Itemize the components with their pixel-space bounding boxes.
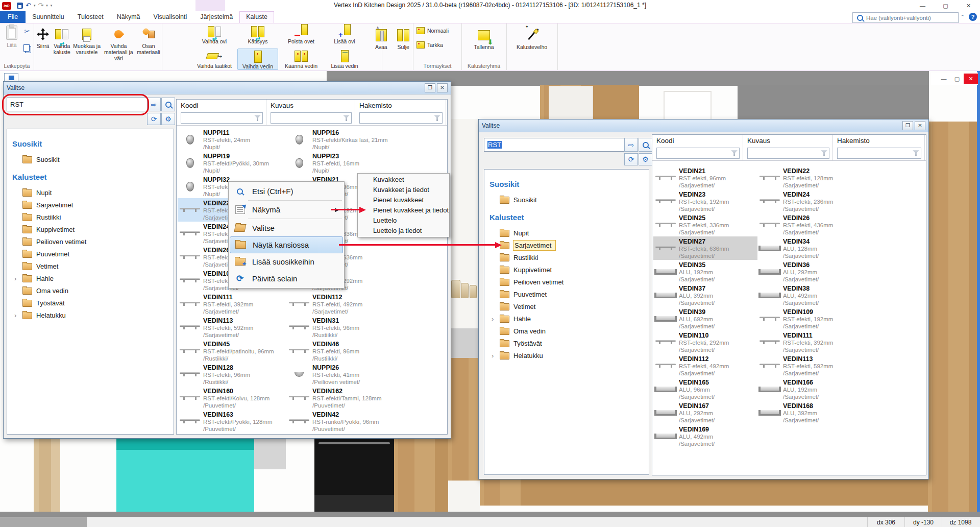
tree-item-suosikit[interactable]: Suosikit — [488, 194, 649, 206]
change-door-button[interactable]: ⇄ Vaihda ovi — [194, 24, 235, 44]
dialog-restore-icon[interactable]: ❐ — [425, 83, 435, 92]
paste-button[interactable]: Liitä — [3, 26, 20, 48]
add-door-button[interactable]: + Lisää ovi — [324, 24, 365, 44]
list-item-vedin21[interactable]: VEDIN21RST-efekti, 96mm/Sarjavetimet/ — [653, 166, 757, 189]
change-drawers-button[interactable]: ↪ Vaihda laatikot — [194, 49, 235, 70]
filter-input[interactable] — [837, 148, 921, 159]
context-menu-item-lis-suosikkeihin[interactable]: ★Lisää suosikkeihin — [230, 253, 343, 270]
list-item-vedin37[interactable]: VEDIN37ALU, 392mm/Sarjavetimet/ — [653, 283, 757, 307]
tree-item-vetimet[interactable]: Vetimet — [11, 260, 174, 272]
change-furniture-button[interactable]: ⇄ Vaihda kaluste — [51, 24, 73, 70]
add-handle-button[interactable]: Lisää vedin — [324, 49, 365, 70]
list-item-vedin165[interactable]: VEDIN165ALU, 96mm/Sarjavetimet/ — [653, 377, 757, 401]
cut-icon[interactable]: ✂ — [22, 27, 32, 36]
tree-item-helatukku[interactable]: ›Helatukku — [11, 309, 174, 321]
tree-item-puuvetimet[interactable]: Puuvetimet — [11, 248, 174, 260]
list-item-vedin25[interactable]: VEDIN25RST-efekti, 336mm/Sarjavetimet/ — [653, 213, 757, 236]
dialog-close-icon[interactable]: ✕ — [915, 121, 925, 130]
dialog-titlebar[interactable]: Valitse ❐ ✕ — [4, 82, 451, 94]
save-icon[interactable] — [17, 3, 23, 9]
list-item-nuppi16[interactable]: NUPPI16RST-efekti/Kirkas lasi, 21mm/Nupi… — [287, 128, 445, 151]
tree-item-vetimet[interactable]: Vetimet — [488, 300, 649, 313]
search-button[interactable] — [161, 98, 175, 111]
expander-icon[interactable]: › — [14, 275, 16, 282]
move-button[interactable]: Siirrä — [35, 24, 51, 70]
list-item-vedin113[interactable]: VEDIN113RST-efekti, 592mm/Sarjavetimet/ — [757, 354, 925, 377]
expander-icon[interactable]: › — [14, 312, 16, 319]
tree-item-nupit[interactable]: Nupit — [11, 186, 174, 199]
list-item-vedin167[interactable]: VEDIN167ALU, 292mm/Sarjavetimet/ — [653, 401, 757, 424]
minimize-button[interactable]: — — [911, 0, 934, 11]
list-item-vedin110[interactable]: VEDIN110RST-efekti, 292mm/Sarjavetimet/ — [653, 330, 757, 354]
redo-dropdown-icon[interactable]: ▾ — [46, 4, 48, 8]
doc-close-icon[interactable]: ✕ — [964, 74, 978, 84]
list-item-vedin113[interactable]: VEDIN113RST-efekti, 592mm/Sarjavetimet/ — [178, 316, 287, 339]
remove-doors-button[interactable]: Poista ovet — [281, 24, 322, 44]
list-item-vedin38[interactable]: VEDIN38ALU, 492mm/Sarjavetimet/ — [757, 283, 925, 307]
furniture-wizard-button[interactable]: ✦✦ Kalustevelho — [506, 25, 557, 50]
collapse-ribbon-icon[interactable]: ⌃ — [961, 14, 965, 19]
list-item-vedin111[interactable]: VEDIN111RST-efekti, 392mm/Sarjavetimet/ — [178, 292, 287, 316]
tree-item-rustiikki[interactable]: Rustiikki — [11, 211, 174, 223]
tree-item-peilioven-vetimet[interactable]: Peilioven vetimet — [488, 276, 649, 288]
handedness-button[interactable]: ⇄ Kätisyys — [237, 24, 278, 44]
submenu-item-kuvakkeet[interactable]: Kuvakkeet — [358, 175, 449, 185]
list-item-vedin39[interactable]: VEDIN39ALU, 692mm/Sarjavetimet/ — [653, 307, 757, 330]
open-button[interactable]: Avaa — [372, 25, 391, 70]
column-header-koodi[interactable]: Koodi — [652, 135, 743, 160]
collision-precise-button[interactable]: Tarkka — [416, 41, 443, 49]
tab-j-rjestelm-[interactable]: Järjestelmä — [193, 11, 239, 23]
list-item-nuppi19[interactable]: NUPPI19RST-efekti/Pyökki, 30mm/Nupit/ — [178, 151, 287, 175]
list-item-nuppi26[interactable]: NUPPI26RST-efekti, 41mm/Peilioven vetime… — [287, 363, 445, 386]
filter-input[interactable] — [271, 112, 352, 124]
tree-item-peilioven-vetimet[interactable]: Peilioven vetimet — [11, 235, 174, 248]
list-item-vedin24[interactable]: VEDIN24RST-efekti, 236mm/Sarjavetimet/ — [757, 189, 925, 213]
search-input[interactable]: RST — [484, 138, 625, 152]
tree-item-sarjavetimet[interactable]: Sarjavetimet — [488, 239, 649, 251]
column-header-hakemisto[interactable]: Hakemisto — [833, 135, 925, 160]
undo-icon[interactable]: ↶ — [26, 2, 31, 9]
tree-item-rustiikki[interactable]: Rustiikki — [488, 251, 649, 264]
tab-visualisointi[interactable]: Visualisointi — [147, 11, 194, 23]
column-header-hakemisto[interactable]: Hakemisto — [355, 100, 446, 125]
close-cabinet-button[interactable]: Sulje — [394, 25, 413, 70]
customize-qat-icon[interactable]: ▾ — [51, 4, 53, 8]
copy-icon[interactable] — [22, 43, 32, 53]
list-item-vedin169[interactable]: VEDIN169ALU, 492mm/Sarjavetimet/ — [653, 424, 757, 448]
redo-icon[interactable]: ↷ — [38, 2, 43, 9]
dialog-restore-icon[interactable]: ❐ — [902, 121, 913, 130]
filter-input[interactable] — [747, 148, 829, 159]
context-menu-item-p-ivit-selain[interactable]: ⟳Päivitä selain — [230, 270, 343, 287]
list-item-nuppi11[interactable]: NUPPI11RST-efekti, 24mm/Nupit/ — [178, 128, 287, 151]
column-header-kuvaus[interactable]: Kuvaus — [266, 100, 355, 125]
submenu-item-kuvakkeet-ja-tiedot[interactable]: Kuvakkeet ja tiedot — [358, 185, 449, 195]
tab-kaluste[interactable]: Kaluste — [239, 11, 274, 23]
list-item-vedin163[interactable]: VEDIN163RST-efekti/Pyökki, 128mm/Puuveti… — [178, 410, 287, 433]
tree-item-nupit[interactable]: Nupit — [488, 227, 649, 239]
list-item-vedin26[interactable]: VEDIN26RST-efekti, 436mm/Sarjavetimet/ — [757, 213, 925, 236]
list-item-nuppi23[interactable]: NUPPI23RST-efekti, 16mm/Nupit/ — [287, 151, 445, 175]
tree-item-puuvetimet[interactable]: Puuvetimet — [488, 288, 649, 300]
list-item-vedin160[interactable]: VEDIN160RST-efekti/Koivu, 128mm/Puuvetim… — [178, 386, 287, 410]
settings-gear-button[interactable]: ⚙ — [639, 153, 652, 165]
doc-restore-icon[interactable]: ▢ — [950, 76, 964, 82]
column-header-koodi[interactable]: Koodi — [177, 100, 266, 125]
list-item-vedin128[interactable]: VEDIN128RST-efekti, 96mm/Rustiikki/ — [178, 363, 287, 386]
expander-icon[interactable]: › — [492, 315, 494, 323]
settings-gear-button[interactable]: ⚙ — [161, 113, 175, 125]
tab-tulosteet[interactable]: Tulosteet — [71, 11, 110, 23]
tree-item-suosikit[interactable]: Suosikit — [11, 153, 174, 165]
filter-input[interactable] — [359, 112, 443, 124]
save-group-button[interactable]: ⬇ Tallenna — [461, 25, 506, 50]
go-search-button[interactable]: ⇨ — [147, 98, 161, 111]
list-item-vedin22[interactable]: VEDIN22RST-efekti, 128mm/Sarjavetimet/ — [757, 166, 925, 189]
list-item-vedin31[interactable]: VEDIN31RST-efekti, 96mm/Rustiikki/ — [287, 316, 445, 339]
tab-file[interactable]: File — [0, 11, 26, 23]
filter-input[interactable] — [656, 148, 740, 159]
dialog-close-icon[interactable]: ✕ — [437, 83, 448, 92]
help-icon[interactable]: ? — [969, 13, 977, 21]
tab-n-kym-[interactable]: Näkymä — [110, 11, 147, 23]
refresh-button[interactable]: ⟳ — [147, 113, 161, 125]
tree-item-sarjavetimet[interactable]: Sarjavetimet — [11, 199, 174, 211]
list-item-vedin168[interactable]: VEDIN168ALU, 392mm/Sarjavetimet/ — [757, 401, 925, 424]
